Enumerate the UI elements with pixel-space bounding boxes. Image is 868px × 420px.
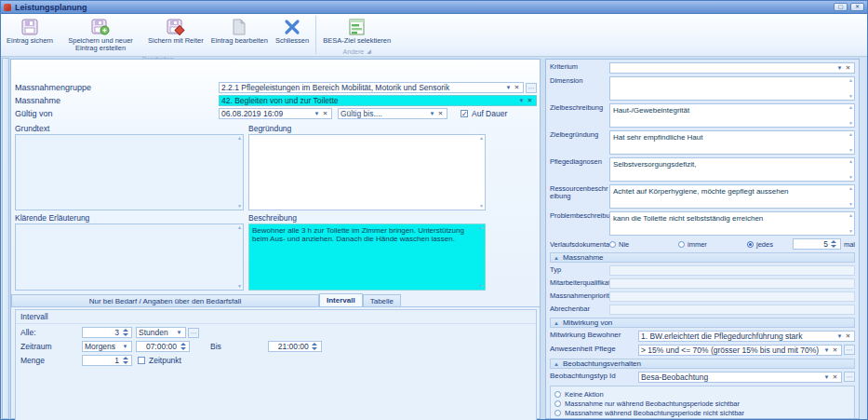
beobachtungstyp-combobox[interactable]: Besa-Beobachtung ▼ ✕ — [638, 372, 842, 383]
chevron-down-icon[interactable]: ▼ — [175, 328, 183, 337]
clear-icon[interactable]: ✕ — [844, 63, 852, 73]
spinner-icons[interactable] — [179, 343, 187, 350]
chevron-down-icon[interactable]: ▼ — [313, 109, 321, 118]
spinner-icons[interactable] — [830, 240, 838, 248]
scroll-down-icon[interactable]: ▼ — [237, 204, 242, 209]
clear-icon[interactable]: ✕ — [831, 373, 839, 382]
ellipsis-button[interactable]: ⋯ — [526, 83, 537, 93]
typ-field[interactable] — [609, 265, 855, 276]
maximize-icon[interactable]: ▢ — [834, 3, 848, 11]
collapse-icon[interactable]: ▲ — [554, 255, 559, 261]
collapse-icon[interactable]: ▲ — [554, 320, 559, 326]
spinner-icons[interactable] — [121, 329, 129, 336]
edit-entry-button[interactable]: Eintrag bearbeiten — [207, 15, 272, 47]
zeitraum-combobox[interactable]: Morgens ▼ — [82, 341, 132, 352]
ressourcenbeschreibung-textarea[interactable]: Achtet auf Körperhygiene, möchte gepfleg… — [609, 184, 855, 209]
radio-immer[interactable]: immer — [678, 240, 747, 249]
tab-bedarf[interactable]: Nur bei Bedarf / Angaben über den Bedarf… — [11, 294, 319, 306]
section-mitwirkung-von[interactable]: ▲ Mitwirkung von — [550, 318, 855, 328]
alle-unit-combobox[interactable]: Stunden ▼ — [136, 327, 186, 338]
scroll-up-icon[interactable]: ▲ — [848, 186, 853, 191]
massnahmenprioritaet-field[interactable] — [609, 291, 855, 302]
save-entry-button[interactable]: Eintrag sichern — [3, 15, 57, 47]
close-icon[interactable]: ✕ — [850, 3, 864, 11]
scroll-down-icon[interactable]: ▼ — [848, 175, 853, 180]
radio-keine-aktion[interactable]: Keine Aktion — [554, 389, 850, 399]
scroll-up-icon[interactable]: ▲ — [237, 225, 242, 230]
scroll-down-icon[interactable]: ▼ — [848, 202, 853, 207]
section-beobachtungsverhalten[interactable]: ▲ Beobachtungsverhalten — [550, 359, 855, 369]
anwesenheit-pflege-combobox[interactable]: > 15% und <= 70% (grösser 15% bis und mi… — [638, 345, 842, 356]
scroll-down-icon[interactable]: ▼ — [479, 204, 484, 209]
clear-icon[interactable]: ✕ — [513, 83, 521, 92]
von-time-stepper[interactable]: 07:00:00 — [136, 341, 190, 352]
scroll-up-icon[interactable]: ▲ — [848, 213, 853, 218]
scroll-up-icon[interactable]: ▲ — [848, 105, 853, 110]
grundtext-textarea[interactable]: ▲ ▼ — [15, 134, 244, 210]
clear-icon[interactable]: ✕ — [844, 332, 852, 341]
bis-time-stepper[interactable]: 21:00:00 — [268, 341, 322, 352]
chevron-down-icon[interactable]: ▼ — [822, 345, 831, 355]
chevron-down-icon[interactable]: ▼ — [504, 83, 513, 92]
menge-stepper[interactable]: 1 — [82, 355, 132, 366]
clear-icon[interactable]: ✕ — [831, 345, 839, 355]
zielbegruendung-textarea[interactable]: Hat sehr empfindliche Haut ▲ ▼ — [609, 130, 855, 155]
radio-aendert-verhalten[interactable]: Massnahme ändert Verhalten betreffend Ve… — [554, 417, 850, 419]
radio-jedes[interactable]: jedes — [747, 240, 793, 249]
save-and-new-entry-button[interactable]: Speichern und neuer Eintrag erstellen — [57, 15, 144, 55]
beschreibung-textarea[interactable]: Bewohner alle 3 h zur Toilette im Zimmer… — [248, 224, 486, 291]
section-massnahme[interactable]: ▲ Massnahme — [550, 252, 855, 263]
spinner-icons[interactable] — [121, 357, 129, 364]
besa-ziel-select-button[interactable]: BESA-Ziel selektieren — [319, 15, 394, 47]
left-collapsed-splitter[interactable] — [2, 58, 9, 419]
ellipsis-button[interactable]: ⋯ — [188, 328, 199, 338]
begruendung-textarea[interactable]: ▲ ▼ — [248, 134, 486, 210]
scroll-down-icon[interactable]: ▼ — [237, 284, 242, 289]
spinner-icons[interactable] — [311, 343, 319, 350]
radio-selected-icon[interactable] — [747, 241, 754, 248]
gueltig-von-datepicker[interactable]: 06.08.2019 16:09 ▼ ✕ — [219, 108, 332, 119]
massnahmengruppe-combobox[interactable]: 2.2.1 Pflegeleistungen im Bereich Mobili… — [219, 82, 524, 93]
mitarbeiterqualifikation-field[interactable] — [609, 278, 855, 289]
alle-stepper[interactable]: 3 — [82, 327, 132, 338]
clear-icon[interactable]: ✕ — [436, 109, 445, 118]
chevron-down-icon[interactable]: ▼ — [835, 332, 844, 341]
abrechenbar-field[interactable] — [609, 305, 855, 315]
radio-waehrend-nicht-sichtbar[interactable]: Massnahme während Beobachtungsperiode ni… — [554, 408, 850, 417]
right-scroll-strip[interactable] — [859, 58, 866, 419]
chevron-down-icon[interactable]: ▼ — [835, 63, 844, 73]
tab-intervall[interactable]: Intervall — [319, 293, 363, 306]
scroll-up-icon[interactable]: ▲ — [479, 225, 484, 230]
scroll-up-icon[interactable]: ▲ — [237, 136, 242, 141]
zeitpunkt-checkbox[interactable] — [138, 357, 145, 364]
dimension-textarea[interactable]: ▲ ▼ — [609, 76, 855, 101]
collapse-icon[interactable]: ▲ — [554, 361, 559, 367]
scroll-up-icon[interactable]: ▲ — [848, 78, 853, 83]
scroll-up-icon[interactable]: ▲ — [479, 136, 484, 141]
massnahme-combobox[interactable]: 42. Begleiten von und zur Toilette ▼ ✕ — [219, 95, 537, 106]
radio-selected-icon[interactable] — [554, 419, 561, 420]
problembeschreibung-textarea[interactable]: kann die Toilette nicht selbstständig er… — [609, 211, 855, 236]
close-dialog-button[interactable]: Schliessen — [272, 15, 313, 47]
auf-dauer-checkbox[interactable] — [461, 110, 468, 117]
scroll-down-icon[interactable]: ▼ — [848, 94, 853, 99]
scroll-down-icon[interactable]: ▼ — [479, 284, 484, 289]
scroll-down-icon[interactable]: ▼ — [848, 121, 853, 126]
radio-nur-waehrend-sichtbar[interactable]: Massnahme nur während Beobachtungsperiod… — [554, 399, 850, 408]
radio-icon[interactable] — [678, 241, 685, 248]
save-with-tab-button[interactable]: Sichern mit Reiter — [144, 15, 207, 47]
scroll-up-icon[interactable]: ▲ — [848, 159, 853, 164]
radio-nie[interactable]: Nie — [609, 240, 678, 249]
klaerende-erlaeuterung-textarea[interactable]: ▲ ▼ — [15, 224, 244, 291]
chevron-down-icon[interactable]: ▼ — [822, 373, 831, 382]
verlaufsdok-count-stepper[interactable]: 5 — [793, 238, 841, 250]
zielbeschreibung-textarea[interactable]: Haut-/Gewebeintegrität ▲ ▼ — [609, 103, 855, 128]
scroll-up-icon[interactable]: ▲ — [848, 132, 853, 137]
pflegediagnosen-textarea[interactable]: Selbstversorgungsdefizit, ▲ ▼ — [609, 157, 855, 182]
chevron-down-icon[interactable]: ▼ — [428, 109, 436, 118]
ellipsis-button[interactable]: ⋯ — [844, 345, 855, 355]
clear-icon[interactable]: ✕ — [526, 96, 534, 105]
tab-tabelle[interactable]: Tabelle — [363, 294, 401, 306]
clear-icon[interactable]: ✕ — [321, 109, 329, 118]
chevron-down-icon[interactable]: ▼ — [517, 96, 526, 105]
